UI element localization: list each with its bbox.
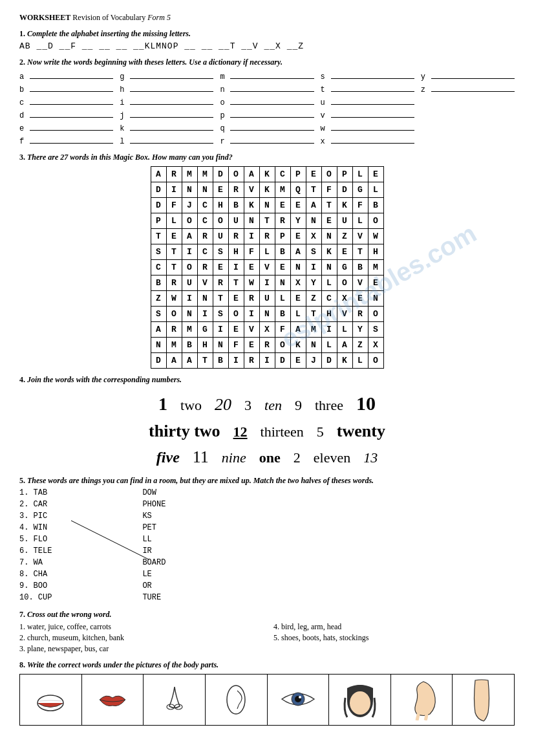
ws-cell-6-2: O [182,260,197,275]
ws-cell-5-11: K [321,244,337,260]
ws-cell-7-1: R [166,275,182,291]
ws-cell-4-8: P [275,229,290,244]
ws-cell-12-7: I [259,353,275,369]
word-ten: ten [264,396,282,416]
crossout-item-2: 2. church, museum, kitchen, bank [19,633,261,643]
ws-cell-10-14: S [368,322,383,338]
body-part-ear [206,675,268,725]
ws-cell-11-7: R [259,338,275,353]
crossout-item-5: 5. shoes, boots, hats, stockings [273,633,515,643]
word-item-y: y [421,70,515,81]
ws-cell-9-8: B [275,307,290,322]
ws-cell-1-9: Q [290,182,306,198]
ws-cell-10-5: E [228,322,244,338]
word-twenty: twenty [337,420,385,443]
ws-cell-5-4: S [213,244,228,260]
body-part-hair [329,675,391,725]
section3: 3. There are 27 words in this Magic Box.… [19,153,515,369]
ws-cell-10-13: Y [352,322,368,338]
ws-cell-0-6: A [244,167,259,182]
section1: 1. Complete the alphabet inserting the m… [19,29,515,51]
ws-cell-8-6: R [244,291,259,307]
ws-cell-9-7: N [259,307,275,322]
halves-left-item-1: 2. CAR [19,500,52,509]
ws-cell-11-4: N [213,338,228,353]
ws-cell-11-3: H [197,338,213,353]
word-one: one [259,448,281,468]
word-item-u: u [321,96,414,107]
ws-cell-7-13: V [352,275,368,291]
ws-cell-6-8: E [275,260,290,275]
ws-cell-6-3: R [197,260,213,275]
ws-cell-11-5: F [228,338,244,353]
ws-cell-2-9: E [290,198,306,213]
num-13: 13 [363,448,378,468]
numbers-row3: five 11 nine one 2 eleven 13 [19,446,515,469]
ws-cell-7-4: R [213,275,228,291]
ws-cell-1-4: E [213,182,228,198]
alphabet-line: AB __D __F __ __ __ __KLMNOP __ __ __T _… [19,41,515,51]
ws-cell-5-2: I [182,244,197,260]
ws-cell-6-4: E [213,260,228,275]
word-item-o: o [220,96,314,107]
num-5: 5 [317,422,324,442]
ws-cell-4-4: U [213,229,228,244]
body-parts-grid [19,674,515,726]
ws-cell-5-5: H [228,244,244,260]
ws-cell-6-11: N [321,260,337,275]
ws-cell-9-5: O [228,307,244,322]
crossout-grid: 1. water, juice, coffee, carrots 4. bird… [19,622,515,654]
ws-cell-11-13: Z [352,338,368,353]
halves-left-item-9: 10. CUP [19,593,52,602]
svg-point-4 [227,686,245,714]
word-item-k: k [120,122,213,133]
body-part-arm [391,675,453,725]
ws-cell-10-11: I [321,322,337,338]
ws-cell-1-7: K [259,182,275,198]
body-part-lips [82,675,144,725]
ws-cell-5-12: E [337,244,352,260]
halves-left-item-6: 7. WA [19,558,52,567]
ws-cell-5-6: F [244,244,259,260]
ws-cell-0-8: C [275,167,290,182]
word-item-z: z [421,83,515,94]
word-halves-container: 1. TAB2. CAR3. PIC4. WIN5. FLO6. TELE7. … [19,488,515,603]
ws-cell-5-0: S [151,244,166,260]
ws-cell-5-3: C [197,244,213,260]
ws-cell-9-12: V [337,307,352,322]
ws-cell-2-11: T [321,198,337,213]
ws-cell-4-7: R [259,229,275,244]
word-item-c: c [19,96,113,107]
ws-cell-12-4: B [213,353,228,369]
ws-cell-9-0: S [151,307,166,322]
halves-left-item-3: 4. WIN [19,523,52,532]
word-item-f: f [19,135,113,146]
word-three: three [315,396,343,416]
ws-cell-9-11: H [321,307,337,322]
halves-left-item-0: 1. TAB [19,488,52,497]
ws-cell-8-11: C [321,291,337,307]
section7: 7. Cross out the wrong word. 1. water, j… [19,610,515,654]
body-part-leg [453,675,514,725]
ws-cell-8-5: E [228,291,244,307]
ws-cell-7-12: O [337,275,352,291]
worksheet-header: WORKSHEET Revision of Vocabulary Form 5 [19,13,515,23]
ws-cell-4-5: R [228,229,244,244]
ws-cell-5-9: A [290,244,306,260]
ws-cell-10-7: X [259,322,275,338]
ws-cell-12-1: A [166,353,182,369]
word-item-r: r [220,135,314,146]
ws-cell-8-3: N [197,291,213,307]
ws-cell-8-9: E [290,291,306,307]
ws-cell-0-4: D [213,167,228,182]
section1-title: 1. Complete the alphabet inserting the m… [19,29,515,39]
ws-cell-4-3: R [197,229,213,244]
ws-cell-6-6: E [244,260,259,275]
crossout-item-4: 4. bird, leg, arm, head [273,622,515,632]
ws-cell-12-10: J [306,353,321,369]
ws-cell-6-7: V [259,260,275,275]
halves-left-item-2: 3. PIC [19,512,52,521]
halves-left-item-5: 6. TELE [19,546,52,556]
ws-cell-10-2: M [182,322,197,338]
ws-cell-9-1: O [166,307,182,322]
